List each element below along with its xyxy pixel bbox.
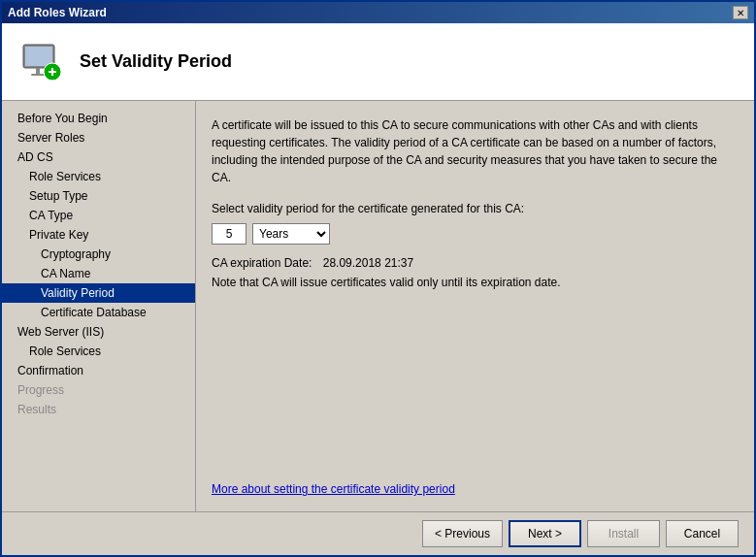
- close-button[interactable]: ✕: [733, 6, 748, 19]
- sidebar-item-confirmation[interactable]: Confirmation: [2, 361, 195, 380]
- sidebar-item-server-roles[interactable]: Server Roles: [2, 128, 195, 147]
- content-area: Before You Begin Server Roles AD CS Role…: [2, 101, 754, 511]
- next-button[interactable]: Next >: [509, 520, 581, 547]
- page-title: Set Validity Period: [80, 51, 232, 72]
- description-text: A certificate will be issued to this CA …: [212, 116, 739, 186]
- main-panel: A certificate will be issued to this CA …: [196, 101, 754, 511]
- expiration-date: 28.09.2018 21:37: [323, 256, 413, 270]
- previous-button[interactable]: < Previous: [422, 520, 503, 547]
- sidebar-item-progress: Progress: [2, 380, 195, 400]
- spacer: [212, 305, 739, 482]
- sidebar: Before You Begin Server Roles AD CS Role…: [2, 101, 196, 511]
- footer: < Previous Next > Install Cancel: [2, 511, 754, 555]
- window-title: Add Roles Wizard: [8, 6, 107, 19]
- sidebar-item-ca-name[interactable]: CA Name: [2, 264, 195, 283]
- sidebar-item-role-services-iis[interactable]: Role Services: [2, 342, 195, 361]
- svg-rect-6: [51, 68, 53, 76]
- sidebar-item-cryptography[interactable]: Cryptography: [2, 245, 195, 264]
- expiration-label: CA expiration Date:: [212, 256, 312, 270]
- sidebar-item-before-you-begin[interactable]: Before You Begin: [2, 109, 195, 128]
- note-text: Note that CA will issue certificates val…: [212, 276, 739, 289]
- more-info-link[interactable]: More about setting the certificate valid…: [212, 482, 739, 496]
- sidebar-item-adcs[interactable]: AD CS: [2, 147, 195, 167]
- validity-select-label: Select validity period for the certifica…: [212, 202, 739, 215]
- sidebar-item-ca-type[interactable]: CA Type: [2, 206, 195, 225]
- validity-section: Select validity period for the certifica…: [212, 202, 739, 245]
- sidebar-item-role-services[interactable]: Role Services: [2, 167, 195, 186]
- cancel-button[interactable]: Cancel: [666, 520, 739, 547]
- svg-rect-2: [36, 68, 40, 74]
- install-button: Install: [587, 520, 660, 547]
- sidebar-item-results: Results: [2, 400, 195, 419]
- sidebar-item-certificate-database[interactable]: Certificate Database: [2, 303, 195, 322]
- main-window: Add Roles Wizard ✕ Set Valid: [0, 0, 756, 557]
- validity-controls: Years Months Weeks Days: [212, 223, 739, 245]
- window-body: Set Validity Period Before You Begin Ser…: [2, 23, 754, 555]
- svg-rect-3: [31, 74, 45, 76]
- validity-unit-select[interactable]: Years Months Weeks Days: [252, 223, 330, 245]
- ca-icon: [19, 41, 62, 83]
- header-icon: [17, 39, 64, 85]
- header-section: Set Validity Period: [2, 23, 754, 101]
- sidebar-item-web-server-iis[interactable]: Web Server (IIS): [2, 322, 195, 342]
- title-bar: Add Roles Wizard ✕: [2, 2, 754, 23]
- expiration-line: CA expiration Date: 28.09.2018 21:37: [212, 256, 739, 270]
- sidebar-item-private-key[interactable]: Private Key: [2, 225, 195, 245]
- validity-number-input[interactable]: [212, 223, 247, 245]
- sidebar-item-setup-type[interactable]: Setup Type: [2, 186, 195, 206]
- svg-rect-1: [25, 47, 52, 66]
- validity-link[interactable]: More about setting the certificate valid…: [212, 482, 455, 496]
- sidebar-item-validity-period[interactable]: Validity Period: [2, 283, 195, 303]
